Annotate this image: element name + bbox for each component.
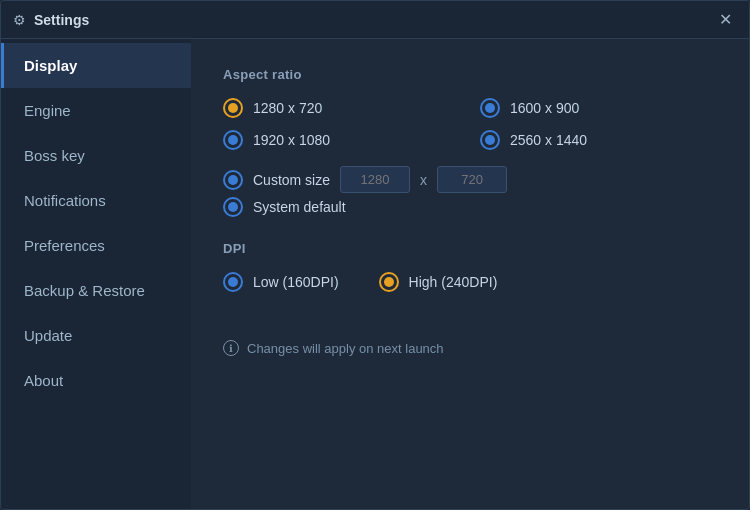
system-default-row: System default bbox=[223, 197, 717, 217]
settings-window: ⚙ Settings ✕ Display Engine Boss key Not… bbox=[0, 0, 750, 510]
aspect-ratio-title: Aspect ratio bbox=[223, 67, 717, 82]
label-1920x1080: 1920 x 1080 bbox=[253, 132, 330, 148]
sidebar: Display Engine Boss key Notifications Pr… bbox=[1, 39, 191, 509]
sidebar-item-engine[interactable]: Engine bbox=[1, 88, 191, 133]
label-dpi-low: Low (160DPI) bbox=[253, 274, 339, 290]
radio-dpi-high[interactable] bbox=[379, 272, 399, 292]
radio-system-default[interactable] bbox=[223, 197, 243, 217]
sidebar-item-notifications[interactable]: Notifications bbox=[1, 178, 191, 223]
main-content: Aspect ratio 1280 x 720 1600 x 900 1920 … bbox=[191, 39, 749, 509]
radio-2560x1440[interactable] bbox=[480, 130, 500, 150]
resolution-1600x900[interactable]: 1600 x 900 bbox=[480, 98, 717, 118]
custom-size-row: Custom size x bbox=[223, 166, 717, 193]
settings-icon: ⚙ bbox=[13, 12, 26, 28]
radio-1920x1080[interactable] bbox=[223, 130, 243, 150]
label-1280x720: 1280 x 720 bbox=[253, 100, 322, 116]
footer-note-text: Changes will apply on next launch bbox=[247, 341, 444, 356]
dpi-high[interactable]: High (240DPI) bbox=[379, 272, 498, 292]
label-1600x900: 1600 x 900 bbox=[510, 100, 579, 116]
custom-height-input[interactable] bbox=[437, 166, 507, 193]
footer-note: ℹ Changes will apply on next launch bbox=[223, 340, 717, 356]
sidebar-item-bosskey[interactable]: Boss key bbox=[1, 133, 191, 178]
window-body: Display Engine Boss key Notifications Pr… bbox=[1, 39, 749, 509]
resolution-1920x1080[interactable]: 1920 x 1080 bbox=[223, 130, 460, 150]
custom-width-input[interactable] bbox=[340, 166, 410, 193]
sidebar-item-display[interactable]: Display bbox=[1, 43, 191, 88]
titlebar: ⚙ Settings ✕ bbox=[1, 1, 749, 39]
sidebar-item-about[interactable]: About bbox=[1, 358, 191, 403]
label-dpi-high: High (240DPI) bbox=[409, 274, 498, 290]
close-button[interactable]: ✕ bbox=[713, 8, 737, 32]
dpi-row: Low (160DPI) High (240DPI) bbox=[223, 272, 717, 292]
sidebar-item-backup[interactable]: Backup & Restore bbox=[1, 268, 191, 313]
system-default-label: System default bbox=[253, 199, 346, 215]
dpi-section: DPI Low (160DPI) High (240DPI) bbox=[223, 241, 717, 292]
info-icon: ℹ bbox=[223, 340, 239, 356]
radio-dpi-low[interactable] bbox=[223, 272, 243, 292]
sidebar-item-update[interactable]: Update bbox=[1, 313, 191, 358]
radio-custom[interactable] bbox=[223, 170, 243, 190]
custom-size-label: Custom size bbox=[253, 172, 330, 188]
resolution-2560x1440[interactable]: 2560 x 1440 bbox=[480, 130, 717, 150]
sidebar-item-preferences[interactable]: Preferences bbox=[1, 223, 191, 268]
x-separator: x bbox=[420, 172, 427, 188]
label-2560x1440: 2560 x 1440 bbox=[510, 132, 587, 148]
dpi-low[interactable]: Low (160DPI) bbox=[223, 272, 339, 292]
resolution-1280x720[interactable]: 1280 x 720 bbox=[223, 98, 460, 118]
window-title: Settings bbox=[34, 12, 713, 28]
dpi-title: DPI bbox=[223, 241, 717, 256]
resolution-group: 1280 x 720 1600 x 900 1920 x 1080 2560 x… bbox=[223, 98, 717, 150]
radio-1280x720[interactable] bbox=[223, 98, 243, 118]
radio-1600x900[interactable] bbox=[480, 98, 500, 118]
